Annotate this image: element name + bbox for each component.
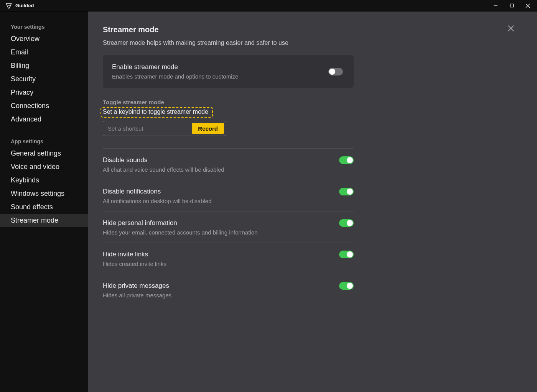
sidebar-item-billing[interactable]: Billing — [0, 59, 88, 72]
keybind-section-label: Toggle streamer mode — [103, 99, 354, 105]
setting-title: Disable sounds — [103, 156, 331, 164]
keybind-help-text: Set a keybind to toggle streamer mode — [103, 108, 208, 115]
sidebar-item-voice-and-video[interactable]: Voice and video — [0, 160, 88, 174]
sidebar-item-windows-settings[interactable]: Windows settings — [0, 187, 88, 200]
enable-streamer-toggle[interactable] — [328, 68, 343, 75]
enable-streamer-title: Enable streamer mode — [112, 63, 328, 71]
setting-row-hide-invite-links: Hide invite linksHides created invite li… — [103, 243, 354, 274]
titlebar: Guilded — [0, 0, 537, 11]
sidebar-item-connections[interactable]: Connections — [0, 99, 88, 113]
close-panel-button[interactable] — [507, 25, 515, 34]
page-title: Streamer mode — [103, 25, 354, 34]
setting-title: Hide personal information — [103, 219, 331, 227]
enable-streamer-mode-card: Enable streamer mode Enables streamer mo… — [103, 55, 354, 88]
sidebar-item-email[interactable]: Email — [0, 46, 88, 59]
minimize-button[interactable] — [488, 0, 503, 11]
setting-desc: All notifications on desktop will be dis… — [103, 198, 331, 204]
svg-rect-1 — [510, 4, 513, 7]
setting-desc: Hides created invite links — [103, 261, 331, 267]
setting-row-disable-sounds: Disable soundsAll chat and voice sound e… — [103, 148, 354, 180]
setting-toggle[interactable] — [339, 188, 354, 195]
sidebar-section-app-settings: App settings — [0, 135, 88, 147]
setting-row-disable-notifications: Disable notificationsAll notifications o… — [103, 180, 354, 211]
sidebar-item-overview[interactable]: Overview — [0, 32, 88, 46]
keybind-input-row: Record — [103, 121, 226, 136]
setting-title: Hide private messages — [103, 282, 331, 290]
setting-toggle[interactable] — [339, 219, 354, 227]
sidebar-item-sound-effects[interactable]: Sound effects — [0, 200, 88, 214]
sidebar-item-keybinds[interactable]: Keybinds — [0, 174, 88, 187]
setting-row-hide-private-messages: Hide private messagesHides all private m… — [103, 274, 354, 305]
sidebar-item-advanced[interactable]: Advanced — [0, 113, 88, 126]
sidebar-item-streamer-mode[interactable]: Streamer mode — [0, 214, 88, 227]
window-controls — [488, 0, 535, 11]
maximize-button[interactable] — [504, 0, 519, 11]
sidebar-item-privacy[interactable]: Privacy — [0, 86, 88, 99]
setting-desc: Hides your email, connected accounts and… — [103, 229, 331, 236]
setting-desc: All chat and voice sound effects will be… — [103, 166, 331, 173]
setting-toggle[interactable] — [339, 156, 354, 164]
settings-content: Streamer mode Streamer mode helps with m… — [88, 11, 537, 392]
close-window-button[interactable] — [520, 0, 535, 11]
keybind-input[interactable] — [103, 121, 190, 136]
app-logo-icon — [5, 2, 12, 9]
settings-sidebar: Your settings OverviewEmailBillingSecuri… — [0, 11, 88, 392]
setting-title: Disable notifications — [103, 188, 331, 195]
sidebar-item-general-settings[interactable]: General settings — [0, 147, 88, 160]
setting-toggle[interactable] — [339, 282, 354, 290]
record-button[interactable]: Record — [191, 122, 225, 135]
page-subtitle: Streamer mode helps with making streamin… — [103, 39, 354, 46]
sidebar-item-security[interactable]: Security — [0, 72, 88, 86]
enable-streamer-desc: Enables streamer mode and options to cus… — [112, 73, 328, 80]
keybind-help-highlight: Set a keybind to toggle streamer mode — [100, 107, 213, 118]
setting-row-hide-personal-information: Hide personal informationHides your emai… — [103, 211, 354, 243]
setting-desc: Hides all private messages — [103, 292, 331, 299]
setting-title: Hide invite links — [103, 251, 331, 258]
app-name: Guilded — [15, 3, 34, 8]
setting-toggle[interactable] — [339, 251, 354, 258]
sidebar-section-your-settings: Your settings — [0, 21, 88, 32]
